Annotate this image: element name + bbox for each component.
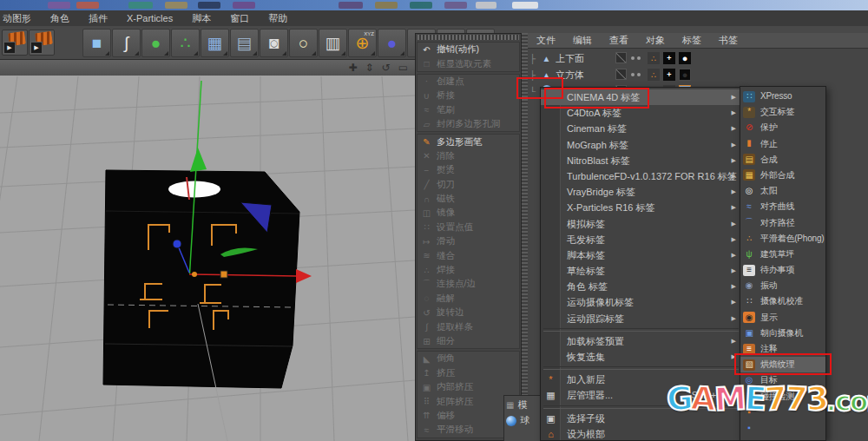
tag-submenu-item[interactable]: ⌒对齐路径 — [740, 215, 825, 231]
visibility-toggle[interactable] — [615, 52, 627, 63]
light-button[interactable]: ○ — [289, 29, 318, 57]
toggle-view-icon[interactable]: ▭ — [398, 62, 408, 74]
make-editable-button[interactable]: ● — [141, 29, 170, 57]
tag-cross-icon[interactable]: + — [663, 69, 675, 81]
material-label[interactable]: 球 — [520, 414, 529, 427]
om-menu-0[interactable]: 文件 — [528, 34, 564, 47]
tag-submenu-item[interactable]: ∷摄像机校准 — [740, 293, 825, 309]
tag-menu-item[interactable]: TurbulenceFD-v1.0.1372 FOR R16 标签▶ — [541, 168, 741, 184]
tag-menu-item[interactable]: MoGraph 标签▶ — [541, 137, 741, 153]
menubar-item-2[interactable]: 插件 — [79, 12, 117, 25]
om-menu-1[interactable]: 编辑 — [564, 34, 601, 47]
generator-cluster-button[interactable]: ∴ — [171, 29, 200, 57]
xpresso-window-button[interactable]: ▥ — [319, 29, 347, 57]
tag-menu-item[interactable]: 运动摄像机标签▶ — [541, 294, 741, 310]
tag-menu-item[interactable]: ▦层管理器...Shift+F4 — [541, 387, 741, 403]
tag-menu-item[interactable]: 草绘标签▶ — [541, 263, 741, 279]
menubar-item-3[interactable]: X-Particles — [117, 13, 182, 23]
tag-submenu-item[interactable]: ◎目标 — [740, 372, 825, 388]
tag-submenu-item[interactable]: ≈对齐曲线 — [740, 199, 825, 214]
tag-submenu-item[interactable]: ϟ碰撞检测 — [740, 389, 825, 405]
shader-ball-button[interactable]: ● — [378, 29, 406, 57]
tag-menu-item[interactable]: NitroBlast 标签▶ — [541, 153, 741, 168]
tag-menu-item[interactable]: *加入新层 — [541, 372, 741, 387]
tag-menu-item[interactable]: ▣选择子级 — [541, 411, 741, 426]
material-manager-mode-label[interactable]: 模 — [517, 398, 527, 411]
menubar-item-1[interactable]: 角色 — [41, 12, 79, 25]
tag-submenu-item[interactable]: ≡注释 — [740, 341, 825, 357]
menubar-item-5[interactable]: 窗口 — [220, 12, 259, 25]
tag-submenu-item[interactable]: ⊘保护 — [740, 120, 825, 135]
tag-submenu-item[interactable]: ≡待办事项 — [740, 262, 825, 278]
tag-submenu-item[interactable]: ψ建筑草坪 — [740, 247, 825, 262]
tag-submenu-item[interactable]: ▮停止 — [740, 136, 825, 152]
tag-dots-icon[interactable]: ∴ — [648, 52, 660, 64]
om-menu-2[interactable]: 查看 — [601, 34, 637, 47]
menu-tearoff-grip[interactable] — [418, 35, 519, 40]
visibility-toggle[interactable] — [615, 69, 627, 80]
om-menu-4[interactable]: 标签 — [674, 34, 710, 47]
tag-menu-item[interactable]: 运动跟踪标签▶ — [541, 311, 741, 326]
origin-handle[interactable] — [192, 272, 197, 277]
panel-grip[interactable] — [522, 33, 528, 441]
tag-menu-item[interactable]: X-Particles R16 标签▶ — [541, 200, 741, 215]
tool-menu-item[interactable]: ↶撤销(动作) — [418, 43, 519, 56]
tag-submenu-item[interactable]: ▦外部合成 — [740, 168, 825, 183]
tag-submenu-item[interactable]: ▤合成 — [740, 152, 825, 168]
tag-submenu-item[interactable]: ∷XPresso — [740, 89, 825, 104]
tag-submenu-item[interactable]: ▪ — [740, 405, 825, 420]
object-name[interactable]: 立方体 — [556, 69, 584, 82]
tag-menu-item[interactable]: 脚本标签▶ — [541, 247, 741, 263]
object-row-立方体[interactable]: ├▲立方体∴+● — [529, 67, 866, 82]
tag-menu-item[interactable]: 角色 标签▶ — [541, 279, 741, 294]
menubar-item-0[interactable]: 动图形 — [0, 12, 41, 25]
tag-menu-item[interactable]: ⌂设为根部 — [541, 426, 741, 441]
viewport-canvas[interactable] — [0, 76, 415, 441]
pan-view-icon[interactable]: ✚ — [348, 62, 357, 74]
spline-pen-button[interactable]: ∫ — [112, 29, 141, 57]
floor-button[interactable]: ▤ — [230, 29, 259, 57]
z-axis-handle[interactable] — [173, 240, 181, 248]
object-name[interactable]: 上下面 — [556, 52, 584, 65]
tag-submenu-item[interactable]: *交互标签 — [740, 104, 825, 120]
om-menu-3[interactable]: 对象 — [637, 34, 674, 47]
tag-menu-item[interactable]: VrayBridge 标签▶ — [541, 184, 741, 200]
tag-menu-item[interactable]: Cineman 标签▶ — [541, 121, 741, 136]
tag-menu-item[interactable]: 毛发标签▶ — [541, 232, 741, 247]
om-menu-5[interactable]: 书签 — [710, 34, 746, 47]
tag-menu-item[interactable]: C4DtoA 标签▶ — [541, 105, 741, 121]
tool-menu-item[interactable]: ✎多边形画笔 — [418, 135, 519, 148]
material-sphere-icon[interactable] — [506, 416, 516, 426]
visibility-dots[interactable] — [631, 52, 641, 63]
zoom-view-icon[interactable]: ⇕ — [365, 62, 374, 74]
y-axis-arrow[interactable] — [190, 148, 207, 172]
tag-submenu-item[interactable]: ◎太阳 — [740, 183, 825, 199]
tag-menu-item[interactable]: CINEMA 4D 标签▶ — [541, 89, 741, 105]
tag-dots-icon[interactable]: ∴ — [648, 69, 660, 81]
tag-submenu-item[interactable]: ▣朝向摄像机 — [740, 326, 825, 341]
tag-cross-icon[interactable]: + — [663, 52, 675, 64]
tag-menu-item[interactable]: 恢复选集▶ — [541, 349, 741, 365]
tag-wcirc-icon[interactable]: ● — [679, 52, 691, 64]
tag-submenu-item[interactable]: ∴平滑着色(Phong) — [740, 231, 825, 247]
tag-menu-item[interactable]: 模拟标签▶ — [541, 216, 741, 232]
x-axis-handle[interactable] — [220, 271, 227, 278]
render-view-button[interactable]: ▶ — [2, 30, 28, 56]
rotate-view-icon[interactable]: ↺ — [382, 62, 391, 74]
menubar-item-6[interactable]: 帮助 — [259, 12, 297, 25]
tag-submenu-item[interactable]: ▪ — [740, 420, 825, 436]
camera-button[interactable]: ◙ — [260, 29, 288, 57]
tag-submenu-item[interactable]: ▧烘焙纹理 — [740, 357, 825, 372]
x-axis-arrow[interactable] — [296, 269, 312, 283]
tag-submenu-item[interactable]: ◉显示 — [740, 310, 825, 326]
menubar-item-4[interactable]: 脚本 — [182, 12, 220, 25]
visibility-dots[interactable] — [631, 69, 641, 80]
tag-menu-item[interactable]: 加载标签预置▶ — [541, 333, 741, 349]
cube-primitive-button[interactable]: ■ — [82, 29, 111, 57]
coordinates-button[interactable]: ⊕XYZ — [348, 29, 377, 57]
array-cubes-button[interactable]: ▦ — [201, 29, 229, 57]
tag-bcirc-icon[interactable]: ● — [679, 69, 691, 81]
object-row-上下面[interactable]: ├▲上下面∴+● — [529, 50, 866, 66]
tag-submenu-item[interactable]: ◉振动 — [740, 278, 825, 293]
render-settings-button[interactable]: ▶ — [29, 30, 55, 56]
